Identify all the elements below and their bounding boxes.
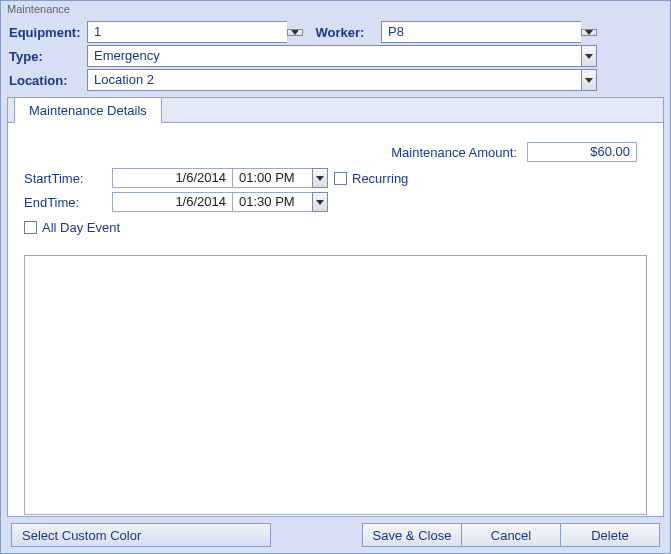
location-combo[interactable]: Location 2 xyxy=(87,69,597,91)
chevron-down-icon xyxy=(585,30,593,35)
chevron-down-icon xyxy=(585,78,593,83)
location-dropdown-button[interactable] xyxy=(581,69,597,91)
worker-combo[interactable]: P8 xyxy=(381,21,581,43)
start-time-dropdown-button[interactable] xyxy=(312,168,328,188)
equipment-label: Equipment: xyxy=(9,25,87,40)
chevron-down-icon xyxy=(316,200,324,205)
recurring-checkbox[interactable] xyxy=(334,172,347,185)
allday-checkbox[interactable] xyxy=(24,221,37,234)
notes-textarea[interactable] xyxy=(24,255,647,515)
save-close-button[interactable]: Save & Close xyxy=(362,523,462,547)
chevron-down-icon xyxy=(316,176,324,181)
delete-button[interactable]: Delete xyxy=(560,523,660,547)
amount-value[interactable]: $60.00 xyxy=(527,142,637,162)
equipment-combo[interactable]: 1 xyxy=(87,21,287,43)
type-dropdown-button[interactable] xyxy=(581,45,597,67)
end-time-combo[interactable]: 01:30 PM xyxy=(232,192,328,212)
recurring-label: Recurring xyxy=(352,171,408,186)
worker-dropdown-button[interactable] xyxy=(581,29,597,36)
end-date-input[interactable]: 1/6/2014 xyxy=(112,192,232,212)
start-date-input[interactable]: 1/6/2014 xyxy=(112,168,232,188)
amount-label: Maintenance Amount: xyxy=(391,145,517,160)
type-combo[interactable]: Emergency xyxy=(87,45,597,67)
allday-checkbox-row: All Day Event xyxy=(24,220,647,235)
footer-spacer xyxy=(271,523,363,547)
start-time-label: StartTime: xyxy=(24,171,112,186)
window-title: Maintenance xyxy=(1,1,670,18)
chevron-down-icon xyxy=(291,30,299,35)
recurring-checkbox-row: Recurring xyxy=(328,171,647,186)
tab-maintenance-details[interactable]: Maintenance Details xyxy=(14,97,162,123)
location-value[interactable]: Location 2 xyxy=(87,69,581,91)
type-value[interactable]: Emergency xyxy=(87,45,581,67)
cancel-button[interactable]: Cancel xyxy=(461,523,561,547)
location-label: Location: xyxy=(9,73,87,88)
type-label: Type: xyxy=(9,49,87,64)
select-custom-color-button[interactable]: Select Custom Color xyxy=(11,523,271,547)
chevron-down-icon xyxy=(585,54,593,59)
details-panel: Maintenance Amount: $60.00 StartTime: 1/… xyxy=(8,130,663,245)
equipment-value[interactable]: 1 xyxy=(87,21,287,43)
start-time-combo[interactable]: 01:00 PM xyxy=(232,168,328,188)
allday-label: All Day Event xyxy=(42,220,120,235)
content-area: Maintenance Details Maintenance Amount: … xyxy=(7,97,664,517)
worker-value[interactable]: P8 xyxy=(381,21,581,43)
start-time-value[interactable]: 01:00 PM xyxy=(232,168,312,188)
end-time-value[interactable]: 01:30 PM xyxy=(232,192,312,212)
maintenance-window: Maintenance Equipment: 1 Worker: P8 Type… xyxy=(0,0,671,554)
end-time-label: EndTime: xyxy=(24,195,112,210)
equipment-dropdown-button[interactable] xyxy=(287,29,303,36)
header-grid: Equipment: 1 Worker: P8 Type: Emergency … xyxy=(1,18,670,94)
end-time-dropdown-button[interactable] xyxy=(312,192,328,212)
footer-toolbar: Select Custom Color Save & Close Cancel … xyxy=(11,523,660,547)
worker-label: Worker: xyxy=(303,25,381,40)
